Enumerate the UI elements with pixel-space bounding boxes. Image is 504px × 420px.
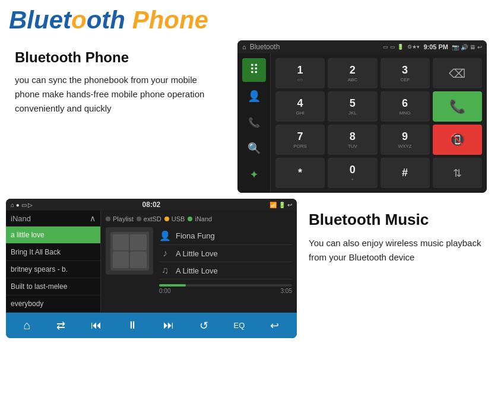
music-controls-bar: ⌂ ⇄ ⏮ ⏸ ⏭ ↺ EQ ↩ [6, 313, 297, 338]
status-extra-icons: 📷🔊🖥↩ [452, 44, 482, 50]
tab-playlist[interactable]: Playlist [106, 215, 134, 222]
music-main-area: Playlist extSD USB iNand [101, 211, 297, 313]
music-sidebar-chevron[interactable]: ∧ [90, 214, 96, 223]
page-title: Bluetooth Phone [0, 0, 504, 37]
status-icons-group: ▭▭🔋 [383, 44, 404, 50]
title-row: ♪ A Little Love [159, 245, 292, 262]
top-content-area: Bluetooth Phone you can sync the phonebo… [0, 37, 504, 193]
list-item[interactable]: Bring It All Back [6, 244, 100, 261]
control-eq-button[interactable]: EQ [229, 320, 250, 331]
control-shuffle-button[interactable]: ⇄ [52, 318, 70, 333]
track-title: A Little Love [176, 249, 218, 258]
control-back-button[interactable]: ↩ [265, 318, 284, 333]
dial-9[interactable]: 9WXYZ [381, 125, 430, 155]
sidebar-bluetooth-icon[interactable]: ✦ [242, 163, 266, 186]
sidebar-dialpad-icon[interactable]: ⠿ [242, 58, 266, 82]
phone-section-body: you can sync the phonebook from your mob… [15, 73, 223, 116]
status-time: 9:05 PM [423, 43, 448, 50]
control-play-pause-button[interactable]: ⏸ [122, 318, 142, 333]
tab-inand[interactable]: iNand [188, 215, 212, 222]
status-bluetooth-title: Bluetooth [250, 43, 380, 51]
artist-name: Fiona Fung [176, 231, 215, 240]
music-status-bar: ⌂ ● ▭ ▷ 08:02 📶 🔋 ↩ [6, 199, 297, 211]
progress-bar-background[interactable] [159, 284, 292, 287]
dial-7[interactable]: 7PORS [275, 125, 325, 155]
sidebar-search-icon[interactable]: 🔍 [242, 136, 266, 160]
control-next-button[interactable]: ⏭ [159, 318, 179, 333]
control-prev-button[interactable]: ⏮ [86, 318, 106, 333]
phone-section-title: Bluetooth Phone [15, 49, 223, 66]
dial-5[interactable]: 5JKL [328, 91, 377, 122]
note-icon: ♪ [159, 248, 171, 259]
phone-status-bar: ⌂ Bluetooth ▭▭🔋 ⚙★▾ 9:05 PM 📷🔊🖥↩ [237, 40, 487, 53]
music-sidebar: iNand ∧ a little love Bring It All Back … [6, 211, 101, 313]
list-item[interactable]: a little love [6, 227, 100, 244]
phone-body: ⠿ 👤 📞 🔍 ✦ 1○○ 2ABC 3CEF ⌫ 4GHI 5JKL 6MNO [237, 53, 487, 193]
music-status-icons-left: ⌂ ● ▭ ▷ [11, 202, 33, 208]
status-signal-icons: ⚙★▾ [407, 44, 420, 50]
music-sidebar-header: iNand ∧ [6, 211, 100, 227]
music-status-icons-right: 📶 🔋 ↩ [270, 202, 292, 208]
music-description-panel: Bluetooth Music You can also enjoy wirel… [303, 199, 498, 338]
dial-0[interactable]: 0+ [328, 158, 377, 188]
music-body: iNand ∧ a little love Bring It All Back … [6, 211, 297, 313]
phone-sidebar: ⠿ 👤 📞 🔍 ✦ [237, 53, 271, 193]
music-tabs: Playlist extSD USB iNand [106, 215, 292, 222]
album-icon: ♫ [159, 265, 171, 276]
music-track-info: 👤 Fiona Fung ♪ A Little Love ♫ A Little … [159, 227, 292, 297]
dial-6[interactable]: 6MNO [381, 91, 430, 122]
control-home-button[interactable]: ⌂ [19, 317, 36, 333]
dial-star[interactable]: * [275, 158, 325, 188]
dialpad-grid: 1○○ 2ABC 3CEF ⌫ 4GHI 5JKL 6MNO 📞 7PORS 8… [275, 58, 482, 188]
album-name: A Little Love [176, 266, 218, 275]
phone-mockup: ⌂ Bluetooth ▭▭🔋 ⚙★▾ 9:05 PM 📷🔊🖥↩ ⠿ 👤 📞 🔍… [237, 40, 487, 193]
dial-8[interactable]: 8TUV [328, 125, 377, 155]
music-mockup: ⌂ ● ▭ ▷ 08:02 📶 🔋 ↩ iNand ∧ a little lov… [6, 199, 297, 338]
music-sidebar-label: iNand [11, 214, 31, 223]
art-cell-2 [130, 234, 147, 251]
progress-bar-fill [159, 284, 186, 287]
dial-extra[interactable]: ⇅ [433, 158, 482, 188]
artist-icon: 👤 [159, 230, 171, 241]
list-item[interactable]: Built to last-melee [6, 278, 100, 295]
bottom-content-area: ⌂ ● ▭ ▷ 08:02 📶 🔋 ↩ iNand ∧ a little lov… [0, 196, 504, 341]
art-cell-1 [113, 234, 129, 251]
control-repeat-button[interactable]: ↺ [195, 318, 213, 333]
sidebar-calllog-icon[interactable]: 📞 [242, 110, 266, 134]
sidebar-contacts-icon[interactable]: 👤 [242, 84, 266, 108]
phone-description-panel: Bluetooth Phone you can sync the phonebo… [6, 37, 232, 193]
dial-backspace[interactable]: ⌫ [433, 58, 482, 88]
time-current: 0:00 [159, 288, 170, 294]
time-total: 3:05 [281, 288, 292, 294]
album-art [106, 227, 153, 275]
art-cell-4 [130, 252, 147, 268]
dial-end-button[interactable]: 📵 [433, 125, 482, 155]
dial-hash[interactable]: # [381, 158, 430, 188]
music-status-time: 08:02 [142, 201, 161, 209]
tab-usb[interactable]: USB [164, 215, 185, 222]
artist-row: 👤 Fiona Fung [159, 227, 292, 245]
music-progress: 0:00 3:05 [159, 279, 292, 297]
dial-call-button[interactable]: 📞 [433, 91, 482, 122]
music-section-body: You can also enjoy wireless music playba… [309, 236, 492, 265]
phone-dialpad: 1○○ 2ABC 3CEF ⌫ 4GHI 5JKL 6MNO 📞 7PORS 8… [271, 53, 487, 193]
music-section-title: Bluetooth Music [309, 211, 492, 229]
dial-3[interactable]: 3CEF [381, 58, 430, 88]
album-row: ♫ A Little Love [159, 262, 292, 279]
progress-times: 0:00 3:05 [159, 288, 292, 294]
status-home-icon: ⌂ [242, 43, 246, 50]
list-item[interactable]: everybody [6, 295, 100, 313]
tab-extsd[interactable]: extSD [137, 215, 161, 222]
art-cell-3 [113, 252, 129, 268]
dial-2[interactable]: 2ABC [328, 58, 377, 88]
dial-1[interactable]: 1○○ [275, 58, 325, 88]
album-art-inner [110, 232, 149, 271]
dial-4[interactable]: 4GHI [275, 91, 325, 122]
list-item[interactable]: britney spears - b. [6, 261, 100, 278]
music-content: 👤 Fiona Fung ♪ A Little Love ♫ A Little … [106, 227, 292, 297]
